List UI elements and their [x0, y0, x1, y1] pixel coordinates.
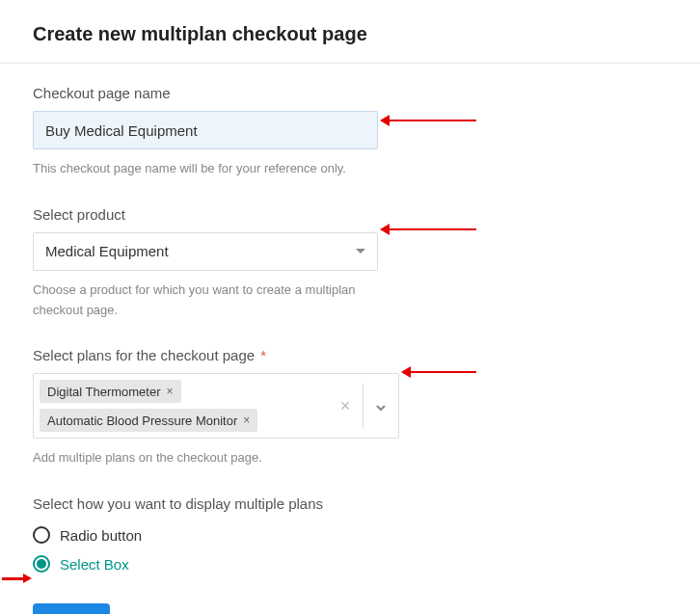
select-plans-label-text: Select plans for the checkout page	[33, 347, 255, 363]
radio-icon-selected	[33, 555, 50, 573]
checkout-name-label: Checkout page name	[33, 85, 667, 101]
field-select-plans: Select plans for the checkout page * Dig…	[33, 347, 667, 468]
radio-dot-icon	[37, 559, 46, 569]
radio-icon	[33, 526, 50, 544]
checkout-name-helper: This checkout page name will be for your…	[33, 159, 399, 179]
close-icon[interactable]: ×	[243, 414, 250, 427]
radio-option-radio-button[interactable]: Radio button	[33, 526, 667, 544]
clear-all-icon[interactable]: ×	[328, 396, 363, 416]
select-product-helper: Choose a product for which you want to c…	[33, 280, 399, 321]
plan-tag: Automatic Blood Pressure Monitor ×	[40, 409, 257, 432]
radio-label-select-box: Select Box	[60, 556, 129, 573]
page-title: Create new multiplan checkout page	[33, 23, 667, 45]
plan-tag-label: Digital Thermometer	[47, 385, 161, 399]
submit-button[interactable]: Submit	[33, 603, 110, 614]
chevron-down-icon	[375, 400, 387, 412]
checkout-name-input[interactable]	[33, 111, 378, 149]
product-select-value: Medical Equipment	[45, 243, 356, 259]
field-display-option: Select how you want to display multiple …	[33, 495, 667, 573]
plan-tag: Digital Thermometer ×	[40, 380, 181, 403]
select-plans-label: Select plans for the checkout page *	[33, 347, 667, 363]
select-product-label: Select product	[33, 206, 667, 223]
plan-tag-label: Automatic Blood Pressure Monitor	[47, 414, 237, 428]
close-icon[interactable]: ×	[167, 385, 174, 398]
caret-down-icon	[356, 249, 365, 254]
arrow-annotation-icon	[390, 120, 476, 121]
plans-multiselect-controls: ×	[328, 374, 398, 438]
product-select[interactable]: Medical Equipment	[33, 232, 378, 271]
plans-tags-container: Digital Thermometer × Automatic Blood Pr…	[34, 374, 328, 438]
radio-label-radio-button: Radio button	[60, 527, 142, 544]
form-actions: Submit or Go Back	[33, 603, 667, 614]
header-divider	[0, 63, 700, 64]
field-checkout-name: Checkout page name This checkout page na…	[33, 85, 667, 179]
select-plans-helper: Add multiple plans on the checkout page.	[33, 448, 399, 468]
radio-option-select-box[interactable]: Select Box	[33, 555, 667, 573]
plans-dropdown-toggle[interactable]	[363, 400, 398, 412]
display-option-label: Select how you want to display multiple …	[33, 495, 323, 512]
plans-multiselect[interactable]: Digital Thermometer × Automatic Blood Pr…	[33, 373, 399, 439]
field-select-product: Select product Medical Equipment Choose …	[33, 206, 667, 321]
required-star-icon: *	[260, 347, 266, 363]
arrow-annotation-icon	[411, 371, 476, 373]
arrow-annotation-icon	[2, 577, 23, 580]
display-radio-group: Radio button Select Box	[33, 526, 667, 573]
arrow-annotation-icon	[390, 228, 476, 230]
